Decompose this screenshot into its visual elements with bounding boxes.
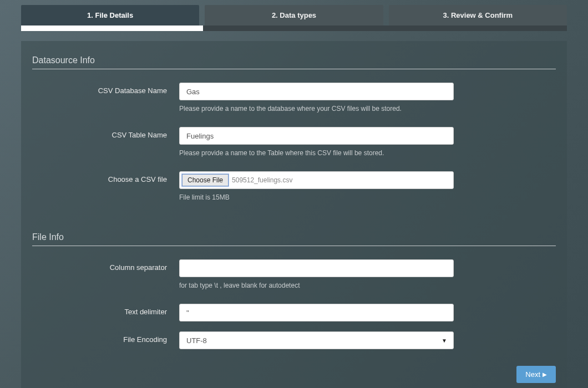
tab-file-details[interactable]: 1. File Details	[21, 5, 199, 25]
input-table-name[interactable]	[179, 127, 454, 145]
caret-right-icon: ▶	[543, 371, 547, 377]
row-file-enc: File Encoding UTF-8 ▼	[32, 331, 556, 349]
section-title-datasource: Datasource Info	[32, 55, 556, 65]
label-col-sep: Column separator	[32, 259, 179, 272]
help-table-name: Please provide a name to the Table where…	[179, 149, 384, 157]
form-panel: Datasource Info CSV Database Name Please…	[21, 41, 567, 388]
help-choose-file: File limit is 15MB	[179, 193, 230, 201]
select-file-enc[interactable]: UTF-8	[179, 331, 454, 349]
label-text-delim: Text delimiter	[32, 304, 179, 316]
label-choose-file: Choose a CSV file	[32, 171, 179, 183]
file-input-container: Choose File 509512_fuelings.csv	[179, 171, 454, 189]
chosen-file-name: 509512_fuelings.csv	[232, 176, 292, 184]
progress-bar	[21, 25, 567, 31]
label-file-enc: File Encoding	[32, 331, 179, 344]
input-col-sep[interactable]	[179, 259, 454, 277]
help-db-name: Please provide a name to the database wh…	[179, 105, 402, 113]
help-col-sep: for tab type \t , leave blank for autode…	[179, 282, 300, 289]
tab-review-confirm[interactable]: 3. Review & Confirm	[389, 5, 567, 25]
tab-data-types[interactable]: 2. Data types	[205, 5, 383, 25]
section-divider-2	[32, 246, 556, 246]
row-col-sep: Column separator	[32, 259, 556, 277]
label-db-name: CSV Database Name	[32, 83, 179, 95]
form-footer: Next ▶	[32, 366, 556, 383]
row-table-name: CSV Table Name	[32, 127, 556, 145]
next-button[interactable]: Next ▶	[516, 366, 556, 383]
input-text-delim[interactable]	[179, 304, 454, 321]
row-db-name: CSV Database Name	[32, 83, 556, 100]
row-text-delim: Text delimiter	[32, 304, 556, 321]
section-divider	[32, 69, 556, 69]
progress-fill	[21, 25, 203, 31]
section-title-fileinfo: File Info	[32, 232, 556, 242]
row-choose-file: Choose a CSV file Choose File 509512_fue…	[32, 171, 556, 189]
label-table-name: CSV Table Name	[32, 127, 179, 139]
input-db-name[interactable]	[179, 83, 454, 100]
wizard-tabs: 1. File Details 2. Data types 3. Review …	[0, 0, 588, 25]
next-button-label: Next	[525, 370, 540, 379]
choose-file-button[interactable]: Choose File	[182, 174, 229, 186]
